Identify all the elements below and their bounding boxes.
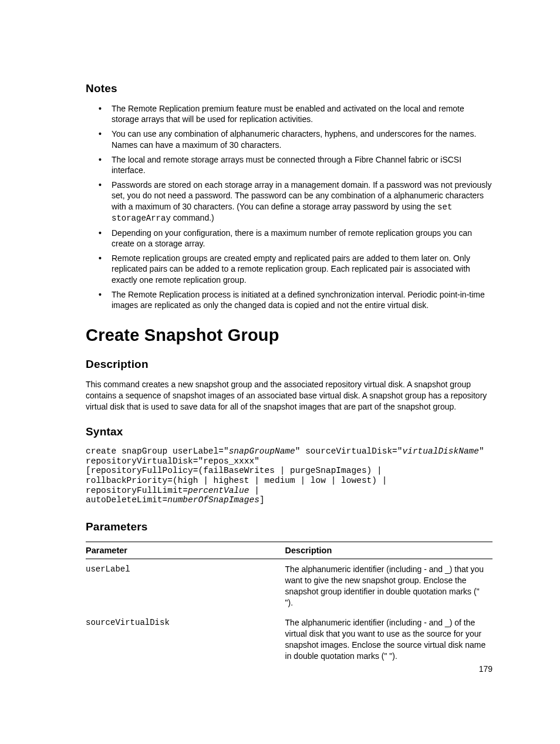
list-item-post: command.) (171, 213, 214, 222)
list-item: You can use any combination of alphanume… (99, 128, 492, 150)
syntax-seg: create snapGroup userLabel=" (86, 447, 229, 456)
description-body: This command creates a new snapshot grou… (86, 379, 492, 412)
list-item-text: The local and remote storage arrays must… (112, 155, 461, 175)
parameters-heading: Parameters (86, 520, 492, 533)
list-item-text: The Remote Replication premium feature m… (112, 104, 464, 124)
column-header-description: Description (285, 542, 492, 559)
list-item: Depending on your configuration, there i… (99, 228, 492, 249)
list-item-text: Remote replication groups are created em… (112, 253, 470, 284)
parameter-name: sourceVirtualDisk (86, 613, 285, 667)
list-item: The local and remote storage arrays must… (99, 154, 492, 175)
document-page: Notes The Remote Replication premium fea… (0, 0, 560, 744)
syntax-placeholder: virtualDiskName (403, 447, 480, 456)
syntax-heading: Syntax (86, 425, 492, 438)
syntax-seg: " sourceVirtualDisk=" (295, 447, 403, 456)
syntax-placeholder: percentValue (188, 486, 249, 495)
table-row: userLabel The alphanumeric identifier (i… (86, 559, 492, 613)
list-item: The Remote Replication process is initia… (99, 289, 492, 310)
syntax-block: create snapGroup userLabel="snapGroupNam… (86, 447, 492, 505)
list-item-text: Depending on your configuration, there i… (112, 228, 472, 248)
syntax-placeholder: numberOfSnapImages (167, 495, 259, 505)
column-header-parameter: Parameter (86, 542, 285, 559)
parameter-name: userLabel (86, 559, 285, 613)
notes-list: The Remote Replication premium feature m… (99, 103, 492, 310)
table-row: sourceVirtualDisk The alphanumeric ident… (86, 613, 492, 667)
parameter-description: The alphanumeric identifier (including -… (285, 613, 492, 667)
parameter-description: The alphanumeric identifier (including -… (285, 559, 492, 613)
syntax-placeholder: snapGroupName (229, 447, 295, 456)
list-item-pre: Passwords are stored on each storage arr… (112, 180, 491, 211)
notes-heading: Notes (86, 82, 492, 95)
description-heading: Description (86, 358, 492, 371)
list-item: Passwords are stored on each storage arr… (99, 180, 492, 224)
list-item: The Remote Replication premium feature m… (99, 103, 492, 124)
parameters-table: Parameter Description userLabel The alph… (86, 542, 492, 667)
list-item-text: The Remote Replication process is initia… (112, 290, 485, 310)
syntax-seg: ] (259, 495, 265, 505)
page-number: 179 (479, 664, 492, 674)
list-item: Remote replication groups are created em… (99, 253, 492, 285)
list-item-text: You can use any combination of alphanume… (112, 129, 476, 149)
page-title: Create Snapshot Group (86, 326, 492, 345)
table-header-row: Parameter Description (86, 542, 492, 559)
